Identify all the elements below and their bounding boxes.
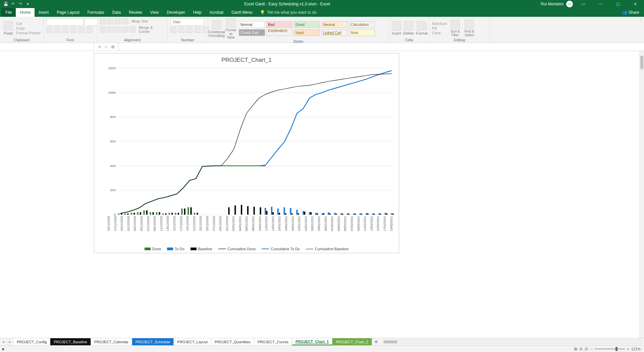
font-family-select[interactable] (46, 18, 83, 26)
ribbon-collapse-icon[interactable]: ˄ (637, 17, 644, 43)
copy-button[interactable]: Copy (16, 26, 41, 30)
sheet-tab-chart-1[interactable]: PROJECT_Chart_1 (292, 338, 332, 345)
sheet-tab-config[interactable]: PROJECT_Config (13, 338, 50, 345)
fill-button[interactable]: Fill (432, 26, 447, 30)
comma-button[interactable] (186, 27, 193, 33)
indent-inc-button[interactable] (129, 27, 136, 33)
tab-file[interactable]: File (1, 8, 16, 17)
horizontal-scrollbar[interactable] (381, 338, 644, 345)
font-color-button[interactable] (87, 27, 93, 33)
tab-insert[interactable]: Insert (35, 8, 53, 17)
border-button[interactable] (70, 27, 76, 33)
align-right-button[interactable] (115, 27, 121, 33)
view-page-layout-icon[interactable]: ▤ (579, 347, 583, 351)
bold-button[interactable] (46, 27, 52, 33)
underline-button[interactable] (62, 27, 68, 33)
tab-page-layout[interactable]: Page Layout (53, 8, 83, 17)
h-scrollbar-thumb[interactable] (384, 341, 397, 343)
dec-inc-button[interactable] (195, 27, 201, 33)
tab-acrobat[interactable]: Acrobat (206, 8, 227, 17)
fill-color-button[interactable] (78, 27, 85, 33)
cancel-formula-icon[interactable]: ✕ (98, 45, 101, 49)
minimize-icon[interactable]: — (593, 0, 608, 8)
align-middle-button[interactable] (107, 18, 113, 24)
conditional-formatting-button[interactable]: Conditional Formatting (211, 20, 223, 38)
insert-cells-button[interactable]: Insert (392, 21, 401, 35)
number-format-select[interactable]: Date (170, 18, 204, 26)
delete-cells-button[interactable]: Delete (403, 21, 414, 35)
maximize-icon[interactable]: ▢ (610, 0, 625, 8)
format-cells-button[interactable]: Format (416, 21, 428, 35)
sheet-tab-schedule[interactable]: PROJECT_Schedule (132, 338, 174, 345)
tell-me[interactable]: 💡 Tell me what you want to do (260, 8, 317, 17)
clear-button[interactable]: Clear (432, 31, 447, 35)
sheet-nav-prev-icon[interactable]: ◂ (0, 338, 7, 345)
tab-developer[interactable]: Developer (163, 8, 189, 17)
ribbon-display-icon[interactable]: ▭ (576, 0, 590, 8)
style-bad[interactable]: Bad (266, 21, 292, 28)
sheet-nav-next-icon[interactable]: ▸ (7, 338, 13, 345)
sheet-tab-layout[interactable]: PROJECT_Layout (174, 338, 211, 345)
find-select-button[interactable]: Find & Select (463, 19, 475, 37)
align-bottom-button[interactable] (115, 18, 121, 24)
zoom-level[interactable]: 121% (631, 347, 641, 351)
save-icon[interactable]: 💾 (3, 1, 9, 7)
zoom-out-icon[interactable]: − (591, 347, 593, 351)
sheet-tab-baseline[interactable]: PROJECT_Baseline (50, 338, 91, 345)
autosum-button[interactable]: AutoSum (432, 21, 447, 26)
font-size-select[interactable] (85, 18, 98, 26)
sheet-tab-calendar[interactable]: PROJECT_Calendar (91, 338, 132, 345)
cut-button[interactable]: Cut (16, 21, 41, 26)
qa-custom-icon[interactable]: ▾ (25, 1, 31, 7)
tab-review[interactable]: Review (125, 8, 146, 17)
wrap-text-button[interactable]: Wrap Text (131, 19, 148, 23)
new-sheet-button[interactable]: ⊕ (372, 338, 381, 345)
style-note[interactable]: Note (349, 29, 375, 36)
tab-help[interactable]: Help (189, 8, 206, 17)
view-page-break-icon[interactable]: ▧ (585, 347, 588, 351)
tab-gantt-menu[interactable]: Gantt Menu (227, 8, 257, 17)
format-as-table-button[interactable]: Format as Table (225, 18, 237, 39)
style-calculation[interactable]: Calculation (349, 21, 375, 28)
undo-icon[interactable]: ↶ (10, 1, 16, 7)
percent-button[interactable] (178, 27, 184, 33)
zoom-in-icon[interactable]: + (627, 347, 629, 351)
zoom-slider[interactable] (595, 348, 625, 350)
worksheet-area[interactable]: PROJECT_Chart_1 020040060080010001200 25… (0, 51, 644, 338)
tab-home[interactable]: Home (16, 8, 35, 17)
align-center-button[interactable] (107, 27, 113, 33)
fx-icon[interactable]: fx (111, 45, 114, 49)
share-button[interactable]: 👥 Share (622, 8, 644, 17)
style-good[interactable]: Good (294, 21, 320, 28)
indent-dec-button[interactable] (122, 27, 128, 33)
align-top-button[interactable] (100, 18, 106, 24)
user-avatar-icon[interactable]: ☺ (566, 1, 573, 7)
style-neutral[interactable]: Neutral (321, 21, 347, 28)
sort-filter-button[interactable]: Sort & Filter (449, 19, 461, 37)
style-explanatory[interactable]: Explanatory … (266, 29, 292, 36)
vertical-scrollbar[interactable] (639, 51, 644, 338)
sheet-tab-chart-2[interactable]: PROJECT_Chart_2 (332, 338, 372, 345)
tab-formulas[interactable]: Formulas (84, 8, 108, 17)
enter-formula-icon[interactable]: ✓ (105, 45, 108, 49)
tab-view[interactable]: View (146, 8, 163, 17)
style-input[interactable]: Input (294, 29, 320, 36)
style-normal[interactable]: Normal (239, 21, 265, 28)
orientation-button[interactable] (122, 18, 128, 24)
view-normal-icon[interactable]: ▦ (574, 347, 577, 351)
macro-record-icon[interactable]: ■ (0, 347, 5, 351)
chart-object[interactable]: PROJECT_Chart_1 020040060080010001200 25… (94, 53, 399, 253)
align-left-button[interactable] (100, 27, 106, 33)
italic-button[interactable] (54, 27, 60, 33)
style-linked-cell[interactable]: Linked Cell (321, 29, 347, 36)
tab-data[interactable]: Data (108, 8, 125, 17)
format-painter-button[interactable]: Format Painter (16, 31, 41, 35)
currency-button[interactable] (170, 27, 176, 33)
style-check-cell[interactable]: Check Cell (239, 29, 265, 36)
scrollbar-thumb[interactable] (640, 56, 643, 69)
redo-icon[interactable]: ↷ (17, 1, 23, 7)
paste-button[interactable]: Paste (3, 21, 14, 35)
zoom-slider-knob[interactable] (615, 347, 618, 351)
name-box[interactable] (0, 43, 94, 51)
merge-center-button[interactable]: Merge & Center (139, 26, 165, 34)
